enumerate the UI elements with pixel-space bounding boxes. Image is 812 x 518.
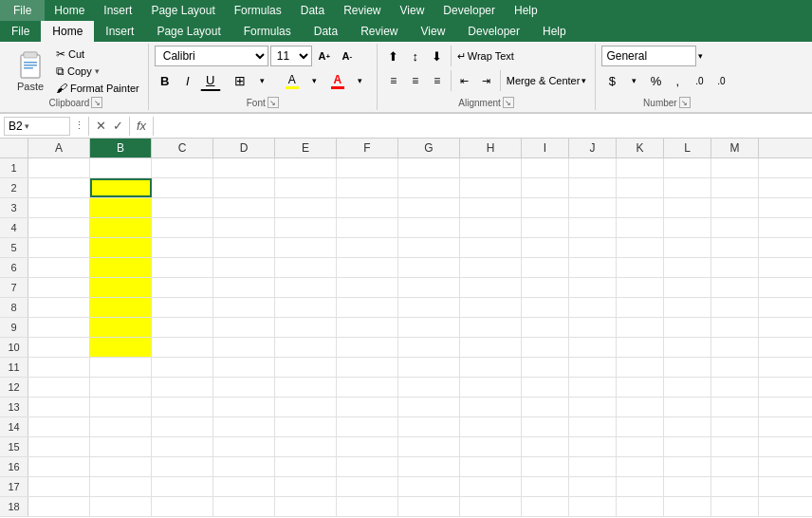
align-middle-button[interactable]: ↕ — [405, 46, 426, 66]
formula-confirm-icon[interactable]: ✓ — [110, 119, 125, 134]
col-header-i[interactable]: I — [522, 139, 569, 157]
comma-button[interactable]: , — [667, 70, 688, 91]
cell-m6[interactable] — [711, 258, 759, 277]
cell-i11[interactable] — [522, 358, 569, 377]
cell-i8[interactable] — [522, 298, 569, 317]
cell-j14[interactable] — [569, 417, 617, 436]
col-header-m[interactable]: M — [711, 139, 759, 157]
merge-center-dropdown[interactable]: ▾ — [581, 76, 586, 85]
cell-d12[interactable] — [213, 378, 275, 397]
cell-k14[interactable] — [617, 417, 664, 436]
cell-g6[interactable] — [398, 258, 460, 277]
decrease-font-button[interactable]: A- — [337, 46, 358, 66]
cell-d18[interactable] — [213, 497, 275, 516]
cell-e2[interactable] — [275, 178, 337, 197]
cell-l9[interactable] — [664, 318, 711, 337]
cell-e7[interactable] — [275, 278, 337, 297]
cell-i4[interactable] — [522, 218, 569, 237]
menu-developer[interactable]: Developer — [434, 0, 505, 21]
cell-g15[interactable] — [398, 437, 460, 456]
row-header-11[interactable]: 11 — [0, 358, 28, 377]
cell-b14[interactable] — [90, 417, 152, 436]
align-bottom-button[interactable]: ⬇ — [427, 46, 448, 66]
cell-h18[interactable] — [460, 497, 522, 516]
cell-j6[interactable] — [569, 258, 617, 277]
cell-e16[interactable] — [275, 457, 337, 476]
cell-i12[interactable] — [522, 378, 569, 397]
cell-j9[interactable] — [569, 318, 617, 337]
cell-l16[interactable] — [664, 457, 711, 476]
col-header-j[interactable]: J — [569, 139, 617, 157]
cell-j13[interactable] — [569, 398, 617, 416]
col-header-f[interactable]: F — [337, 139, 398, 157]
row-header-10[interactable]: 10 — [0, 338, 28, 357]
cell-b11[interactable] — [90, 358, 152, 377]
cell-e15[interactable] — [275, 437, 337, 456]
cell-f15[interactable] — [337, 437, 398, 456]
italic-button[interactable]: I — [177, 70, 198, 91]
cell-m10[interactable] — [711, 338, 759, 357]
cell-d7[interactable] — [213, 278, 275, 297]
tab-formulas[interactable]: Formulas — [232, 21, 303, 42]
cell-d9[interactable] — [213, 318, 275, 337]
cell-m9[interactable] — [711, 318, 759, 337]
cell-m18[interactable] — [711, 497, 759, 516]
cell-l15[interactable] — [664, 437, 711, 456]
col-header-h[interactable]: H — [460, 139, 522, 157]
alignment-expand[interactable]: ↘ — [503, 97, 514, 108]
cell-k13[interactable] — [617, 398, 664, 416]
copy-dropdown-arrow[interactable]: ▾ — [95, 66, 100, 76]
cell-h12[interactable] — [460, 378, 522, 397]
col-header-b[interactable]: B — [90, 139, 152, 157]
cell-h13[interactable] — [460, 398, 522, 416]
cell-k12[interactable] — [617, 378, 664, 397]
merge-center-button[interactable]: Merge & Center ▾ — [504, 70, 590, 91]
menu-data[interactable]: Data — [291, 0, 334, 21]
cell-b8[interactable] — [90, 298, 152, 317]
menu-help[interactable]: Help — [505, 0, 547, 21]
increase-font-button[interactable]: A+ — [314, 46, 335, 66]
borders-button[interactable]: ⊞ — [230, 70, 250, 91]
cell-d2[interactable] — [213, 178, 275, 197]
col-header-k[interactable]: K — [617, 139, 664, 157]
row-header-5[interactable]: 5 — [0, 238, 28, 257]
row-header-8[interactable]: 8 — [0, 298, 28, 317]
cell-b13[interactable] — [90, 398, 152, 416]
row-header-16[interactable]: 16 — [0, 457, 28, 476]
cell-a1[interactable] — [28, 158, 90, 177]
cell-g18[interactable] — [398, 497, 460, 516]
cell-i1[interactable] — [522, 158, 569, 177]
cell-h16[interactable] — [460, 457, 522, 476]
cell-g7[interactable] — [398, 278, 460, 297]
row-header-9[interactable]: 9 — [0, 318, 28, 337]
cell-a18[interactable] — [28, 497, 90, 516]
cell-h4[interactable] — [460, 218, 522, 237]
row-header-3[interactable]: 3 — [0, 198, 28, 217]
cell-b6[interactable] — [90, 258, 152, 277]
tab-page-layout[interactable]: Page Layout — [145, 21, 231, 42]
cell-b16[interactable] — [90, 457, 152, 476]
cell-k4[interactable] — [617, 218, 664, 237]
cell-f18[interactable] — [337, 497, 398, 516]
cell-a7[interactable] — [28, 278, 90, 297]
cell-f1[interactable] — [337, 158, 398, 177]
font-name-select[interactable]: Calibri — [155, 46, 268, 66]
increase-decimal-button[interactable]: .0 — [689, 70, 710, 91]
number-format-select[interactable] — [601, 46, 696, 66]
font-color-button[interactable]: A — [327, 70, 348, 91]
cell-j8[interactable] — [569, 298, 617, 317]
cell-m8[interactable] — [711, 298, 759, 317]
col-header-c[interactable]: C — [152, 139, 213, 157]
cell-c10[interactable] — [152, 338, 213, 357]
cell-h14[interactable] — [460, 417, 522, 436]
cell-k7[interactable] — [617, 278, 664, 297]
wrap-text-button[interactable]: ↵ Wrap Text — [454, 46, 517, 66]
formula-cancel-icon[interactable]: ✕ — [93, 119, 108, 134]
cell-j1[interactable] — [569, 158, 617, 177]
cell-k2[interactable] — [617, 178, 664, 197]
menu-file[interactable]: File — [0, 0, 45, 21]
col-header-e[interactable]: E — [275, 139, 337, 157]
cell-k1[interactable] — [617, 158, 664, 177]
cell-c6[interactable] — [152, 258, 213, 277]
menu-home[interactable]: Home — [45, 0, 94, 21]
